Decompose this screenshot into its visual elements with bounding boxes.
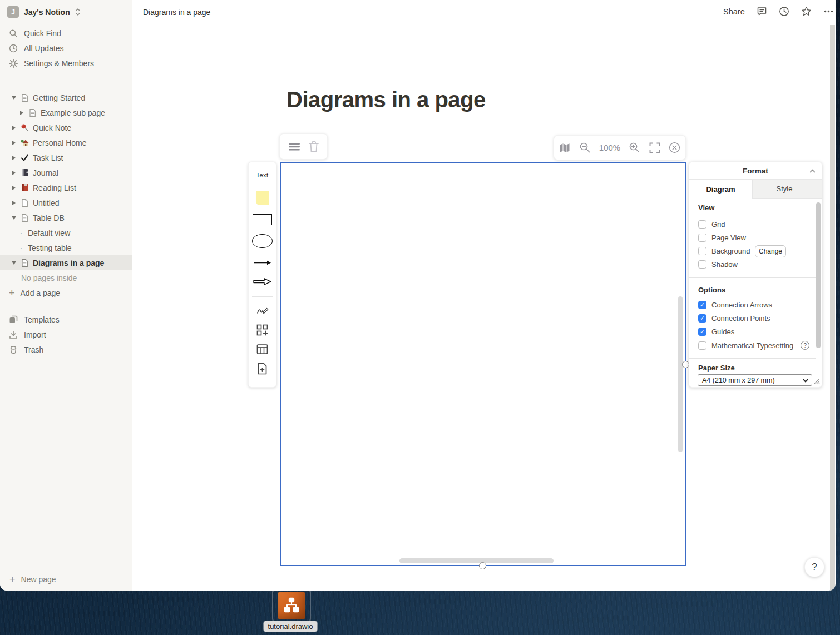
expand-toggle[interactable] [9, 156, 19, 160]
expand-toggle[interactable] [9, 96, 19, 100]
expand-toggle[interactable] [9, 126, 19, 130]
breadcrumb[interactable]: Diagrams in a page [143, 8, 210, 17]
insert-page-icon[interactable] [256, 363, 269, 375]
math-typesetting-checkbox-row[interactable]: Mathematical Typesetting ? [698, 339, 809, 351]
diagram-canvas[interactable] [280, 162, 686, 566]
format-tabs: Diagram Style [689, 180, 822, 199]
connection-points-checkbox-row[interactable]: Connection Points [698, 312, 770, 324]
expand-toggle[interactable] [9, 261, 19, 265]
sidebar-item-quick-find[interactable]: Quick Find [0, 26, 132, 41]
sidebar-item-label: All Updates [24, 44, 64, 53]
background-checkbox-row[interactable]: Background [698, 245, 750, 257]
expand-toggle[interactable] [9, 141, 19, 145]
sidebar-item-reading-list[interactable]: Reading List [0, 180, 132, 195]
bullet-icon: · [17, 243, 26, 252]
topbar-actions: Share [723, 6, 834, 17]
history-clock-icon[interactable] [779, 6, 789, 17]
sidebar-item-settings-members[interactable]: Settings & Members [0, 56, 132, 71]
sidebar-item-testing-table[interactable]: · Testing table [0, 240, 132, 255]
collapse-chevron-icon[interactable] [809, 167, 816, 175]
connection-arrows-checkbox-row[interactable]: Connection Arrows [698, 299, 772, 311]
sidebar-item-default-view[interactable]: · Default view [0, 225, 132, 240]
share-button[interactable]: Share [723, 7, 745, 16]
sidebar-item-trash[interactable]: Trash [0, 342, 132, 357]
help-button[interactable]: ? [804, 557, 824, 577]
palette-rectangle-shape[interactable] [253, 214, 272, 225]
sidebar-item-quick-note[interactable]: Quick Note [0, 120, 132, 135]
canvas-vertical-scrollbar[interactable] [678, 296, 683, 452]
sidebar-item-task-list[interactable]: Task List [0, 150, 132, 165]
minimap-icon[interactable] [559, 142, 571, 153]
page-title[interactable]: Diagrams in a page [286, 87, 486, 112]
sidebar-item-all-updates[interactable]: All Updates [0, 41, 132, 56]
grid-checkbox[interactable] [698, 220, 706, 229]
more-options-icon[interactable] [823, 6, 834, 17]
new-page-button[interactable]: + New page [0, 568, 132, 591]
math-typesetting-checkbox[interactable] [698, 341, 706, 350]
delete-trash-icon[interactable] [308, 141, 319, 153]
connection-points-checkbox[interactable] [698, 314, 706, 323]
guides-checkbox[interactable] [698, 328, 706, 336]
pushpin-icon [20, 123, 29, 132]
page-view-checkbox[interactable] [698, 234, 706, 242]
sidebar-item-diagrams-in-a-page[interactable]: Diagrams in a page [0, 255, 132, 270]
more-shapes-icon[interactable] [256, 324, 269, 336]
tab-style[interactable]: Style [753, 180, 816, 198]
canvas-horizontal-scrollbar[interactable] [399, 558, 554, 563]
embed-toolbar [279, 133, 328, 160]
workspace-switcher[interactable]: J Jay's Notion [0, 0, 132, 21]
browser-scrollbar[interactable] [830, 25, 835, 591]
close-embed-icon[interactable] [669, 142, 680, 153]
expand-toggle[interactable] [9, 186, 19, 190]
sidebar-item-getting-started[interactable]: Getting Started [0, 90, 132, 105]
zoom-level[interactable]: 100% [599, 143, 620, 152]
sidebar-item-journal[interactable]: Journal [0, 165, 132, 180]
desktop-file-label[interactable]: tutorial.drawio [264, 621, 318, 632]
sidebar-item-label: Untitled [33, 199, 59, 207]
comments-icon[interactable] [757, 6, 767, 17]
insert-table-icon[interactable] [256, 343, 269, 355]
expand-toggle[interactable] [9, 171, 19, 175]
sidebar-item-table-db[interactable]: Table DB [0, 210, 132, 225]
expand-toggle[interactable] [9, 201, 19, 205]
guides-checkbox-row[interactable]: Guides [698, 325, 734, 338]
grid-checkbox-row[interactable]: Grid [698, 218, 725, 230]
star-favorite-icon[interactable] [801, 6, 812, 17]
palette-divider [252, 296, 273, 297]
sidebar-item-label: Personal Home [33, 138, 87, 147]
help-question-icon[interactable]: ? [801, 341, 809, 350]
sidebar-item-personal-home[interactable]: Personal Home [0, 135, 132, 150]
zoom-out-icon[interactable] [579, 142, 591, 153]
palette-ellipse-shape[interactable] [252, 234, 273, 248]
trash-icon [8, 345, 18, 354]
panel-resize-grip[interactable] [813, 377, 820, 384]
shadow-checkbox[interactable] [698, 260, 706, 269]
embed-resize-handle-bottom[interactable] [479, 562, 486, 569]
freehand-draw-icon[interactable] [256, 304, 269, 316]
connection-arrows-checkbox[interactable] [698, 301, 706, 309]
page-view-checkbox-row[interactable]: Page View [698, 231, 746, 244]
palette-sticky-note-shape[interactable] [256, 191, 269, 205]
sidebar-item-label: Quick Find [24, 29, 61, 38]
sidebar-item-example-sub-page[interactable]: Example sub page [0, 105, 132, 120]
add-a-page-button[interactable]: + Add a page [0, 285, 132, 300]
zoom-in-icon[interactable] [629, 142, 640, 153]
sidebar-item-untitled[interactable]: Untitled [0, 195, 132, 210]
sidebar-menu: Quick Find All Updates Settings & Member… [0, 26, 132, 71]
paper-size-select[interactable]: A4 (210 mm x 297 mm) [698, 374, 812, 386]
menu-hamburger-icon[interactable] [288, 142, 300, 152]
shadow-checkbox-row[interactable]: Shadow [698, 258, 738, 270]
palette-block-arrow-shape[interactable] [253, 277, 271, 286]
tab-diagram[interactable]: Diagram [689, 180, 753, 199]
expand-toggle[interactable] [17, 111, 27, 115]
change-background-button[interactable]: Change [755, 245, 786, 257]
expand-toggle[interactable] [9, 216, 19, 220]
format-panel-scrollbar[interactable] [816, 202, 821, 348]
sidebar-item-templates[interactable]: Templates [0, 312, 132, 327]
palette-arrow-shape[interactable] [253, 260, 271, 266]
sidebar-item-import[interactable]: Import [0, 327, 132, 342]
desktop-file-tutorial-drawio[interactable] [272, 586, 311, 625]
palette-text-shape[interactable]: Text [256, 172, 269, 178]
fullscreen-icon[interactable] [649, 142, 660, 153]
background-checkbox[interactable] [698, 247, 706, 255]
